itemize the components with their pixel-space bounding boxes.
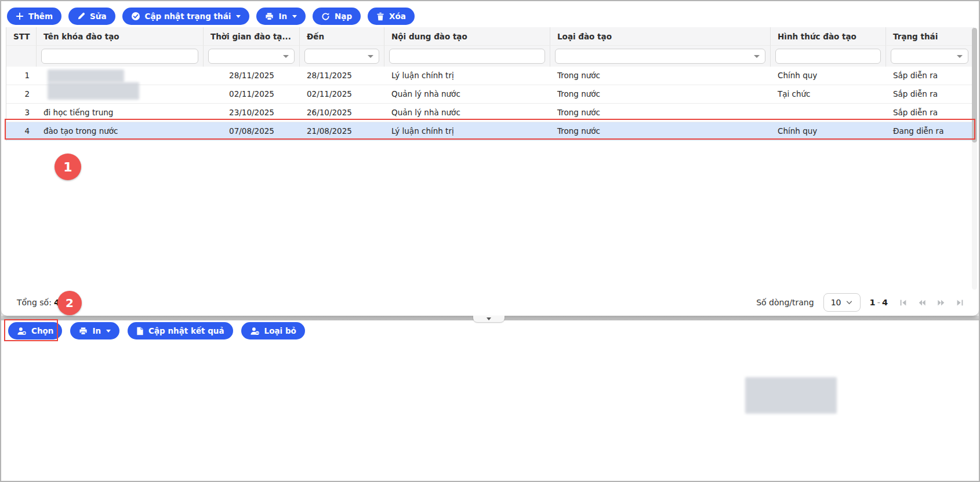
button-label: Thêm: [28, 12, 53, 21]
button-label: Cập nhật kết quả: [148, 326, 224, 335]
cell-training-type: Trong nước: [550, 85, 771, 103]
cell-text: Quản lý nhà nước: [391, 108, 460, 117]
training-table-row[interactable]: 3đi học tiếng trung23/10/202526/10/2025Q…: [6, 104, 974, 122]
training-table-row[interactable]: 128/11/202528/11/2025Lý luận chính trịTr…: [6, 67, 974, 85]
cell-text: Đang diễn ra: [893, 126, 943, 136]
cell-text: 1: [24, 71, 30, 80]
update-status-button[interactable]: Cập nhật trạng thái: [122, 8, 250, 25]
pagination: Số dòng/trang 10 1-4: [756, 293, 964, 312]
cell-text: 07/08/2025: [229, 126, 274, 136]
print-participants-button[interactable]: In: [70, 322, 119, 339]
cell-text: Lý luận chính trị: [391, 71, 454, 80]
trash-icon: [376, 12, 384, 21]
cell-end-date: 02/11/2025: [300, 85, 384, 103]
chevron-down-icon: [754, 55, 760, 58]
cell-text: Lý luận chính trị: [391, 126, 454, 136]
cell-text: 28/11/2025: [307, 71, 352, 80]
add-button[interactable]: Thêm: [7, 8, 61, 25]
training-table-header-row: STTTên khóa đào tạoThời gian đào tạ...Đế…: [6, 27, 974, 46]
cell-content: Lý luận chính trị: [384, 122, 550, 140]
filter-input-content[interactable]: [389, 49, 545, 64]
column-header-status[interactable]: Trạng thái: [886, 27, 974, 46]
printer-icon: [265, 12, 274, 21]
cell-text: 28/11/2025: [229, 71, 274, 80]
chevron-down-icon: [846, 301, 852, 305]
chevron-down-icon: [957, 55, 963, 58]
panel-collapse-handle[interactable]: [473, 316, 504, 322]
training-toolbar: ThêmSửaCập nhật trạng tháiInNạpXóa: [1, 1, 979, 25]
prev-page-button[interactable]: [918, 299, 926, 306]
cell-text: 2: [24, 89, 30, 98]
redacted-region: [745, 377, 837, 414]
annotation-step-1-badge: 1: [55, 154, 81, 180]
cell-course-name: đi học tiếng trung: [37, 104, 204, 122]
cell-text: 3: [24, 108, 30, 117]
select-participants-button[interactable]: Chọn: [8, 322, 62, 339]
update-result-button[interactable]: Cập nhật kết quả: [128, 322, 233, 339]
scrollbar-thumb[interactable]: [972, 28, 977, 143]
cell-text: 02/11/2025: [307, 89, 352, 98]
delete-button[interactable]: Xóa: [368, 8, 415, 25]
cell-end-date: 28/11/2025: [300, 67, 384, 85]
column-header-start-date[interactable]: Thời gian đào tạ...: [204, 27, 300, 46]
person-plus-icon: [17, 327, 27, 335]
cell-status: Sắp diễn ra: [886, 67, 974, 85]
filter-select-start-date[interactable]: [208, 49, 295, 64]
remove-participant-button[interactable]: Loại bỏ: [241, 322, 305, 339]
rows-per-page-select[interactable]: 10: [823, 293, 861, 312]
print-button[interactable]: In: [256, 8, 306, 25]
cell-text: Chính quy: [778, 126, 817, 136]
button-label: Sửa: [90, 12, 106, 21]
range-start: 1: [870, 298, 876, 307]
cell-content: Quản lý nhà nước: [384, 85, 550, 103]
column-header-stt[interactable]: STT: [6, 27, 37, 46]
first-page-button[interactable]: [899, 299, 907, 306]
cell-training-type: Trong nước: [550, 67, 771, 85]
cell-text: Chính quy: [778, 71, 817, 80]
cell-stt: 2: [6, 85, 37, 103]
cell-start-date: 28/11/2025: [204, 67, 300, 85]
cell-text: 4: [24, 126, 30, 136]
cell-training-form: Tại chức: [771, 85, 886, 103]
edit-button[interactable]: Sửa: [68, 8, 115, 25]
chevron-down-icon: [106, 330, 111, 333]
chevron-down-icon: [368, 55, 373, 58]
cell-text: Quản lý nhà nước: [391, 89, 460, 98]
training-table-filter-row: [6, 46, 974, 67]
total-label: Tổng số:: [17, 298, 52, 307]
app-window: ThêmSửaCập nhật trạng tháiInNạpXóa STTTê…: [0, 0, 980, 482]
filter-input-course-name[interactable]: [41, 49, 198, 64]
filter-input-training-form[interactable]: [775, 49, 881, 64]
button-label: In: [278, 12, 287, 21]
column-header-training-type[interactable]: Loại đào tạo: [550, 27, 771, 46]
cell-text: 21/08/2025: [307, 126, 352, 136]
training-table-row[interactable]: 4đào tạo trong nước07/08/202521/08/2025L…: [6, 122, 974, 141]
person-minus-icon: [250, 327, 260, 335]
training-table-row[interactable]: 202/11/202502/11/2025Quản lý nhà nướcTro…: [6, 85, 974, 104]
column-header-end-date[interactable]: Đến: [300, 27, 384, 46]
reload-button[interactable]: Nạp: [313, 8, 361, 25]
cell-start-date: 07/08/2025: [204, 122, 300, 140]
cell-text: 02/11/2025: [229, 89, 274, 98]
cell-training-form: [771, 104, 886, 122]
last-page-button[interactable]: [956, 299, 964, 306]
cell-text: Trong nước: [557, 89, 600, 98]
button-label: Xóa: [389, 12, 406, 21]
column-header-course-name[interactable]: Tên khóa đào tạo: [37, 27, 204, 46]
cell-training-type: Trong nước: [550, 104, 771, 122]
range-end: 4: [882, 298, 888, 307]
cell-start-date: 02/11/2025: [204, 85, 300, 103]
cell-content: Quản lý nhà nước: [384, 104, 550, 122]
filter-select-status[interactable]: [891, 49, 968, 64]
chevron-down-icon: [283, 55, 289, 58]
column-header-content[interactable]: Nội dung đào tạo: [384, 27, 550, 46]
document-icon: [136, 327, 144, 335]
cell-text: Trong nước: [557, 108, 600, 117]
next-page-button[interactable]: [937, 299, 945, 306]
cell-training-type: Trong nước: [550, 122, 771, 140]
filter-select-end-date[interactable]: [304, 49, 379, 64]
cell-stt: 4: [6, 122, 37, 140]
column-header-training-form[interactable]: Hình thức đào tạo: [771, 27, 886, 46]
cell-start-date: 23/10/2025: [204, 104, 300, 122]
filter-select-training-type[interactable]: [555, 49, 765, 64]
